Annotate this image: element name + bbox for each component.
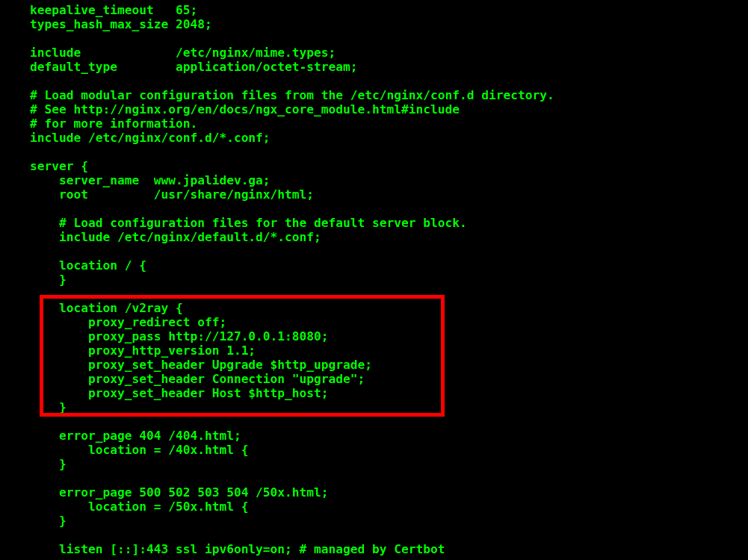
config-line: proxy_set_header Upgrade $http_upgrade; [30, 358, 372, 372]
config-line: } [30, 273, 67, 287]
config-line: proxy_set_header Connection "upgrade"; [30, 372, 365, 386]
config-line: proxy_http_version 1.1; [30, 343, 256, 358]
config-line: proxy_set_header Host $http_host; [30, 386, 329, 400]
config-line: root /usr/share/nginx/html; [30, 187, 314, 202]
config-line: proxy_redirect off; [30, 315, 226, 329]
config-line: } [30, 457, 67, 471]
config-line: # Load configuration files for the defau… [30, 216, 467, 230]
config-line: location /v2ray { [30, 301, 183, 315]
config-line: server { [30, 159, 88, 173]
terminal-output[interactable]: keepalive_timeout 65; types_hash_max_siz… [0, 0, 554, 556]
config-line: include /etc/nginx/default.d/*.conf; [30, 230, 321, 244]
config-line: proxy_pass http://127.0.0.1:8080; [30, 329, 329, 343]
config-line: include /etc/nginx/mime.types; [30, 46, 336, 60]
config-line: # See http://nginx.org/en/docs/ngx_core_… [30, 102, 460, 116]
config-line: location = /50x.html { [30, 500, 248, 514]
config-line: # Load modular configuration files from … [30, 88, 554, 102]
config-line: error_page 500 502 503 504 /50x.html; [30, 485, 329, 500]
config-line: } [30, 400, 67, 414]
config-line: default_type application/octet-stream; [30, 60, 358, 74]
config-line: types_hash_max_size 2048; [30, 17, 212, 31]
config-line: keepalive_timeout 65; [30, 3, 197, 17]
config-line: # for more information. [30, 116, 197, 131]
config-line: location / { [30, 258, 146, 273]
config-line: error_page 404 /404.html; [30, 429, 241, 443]
config-line: include /etc/nginx/conf.d/*.conf; [30, 131, 271, 145]
config-line: } [30, 514, 67, 528]
config-line: location = /40x.html { [30, 443, 248, 457]
config-line: server_name www.jpalidev.ga; [30, 173, 271, 187]
config-line: listen [::]:443 ssl ipv6only=on; # manag… [30, 542, 445, 556]
